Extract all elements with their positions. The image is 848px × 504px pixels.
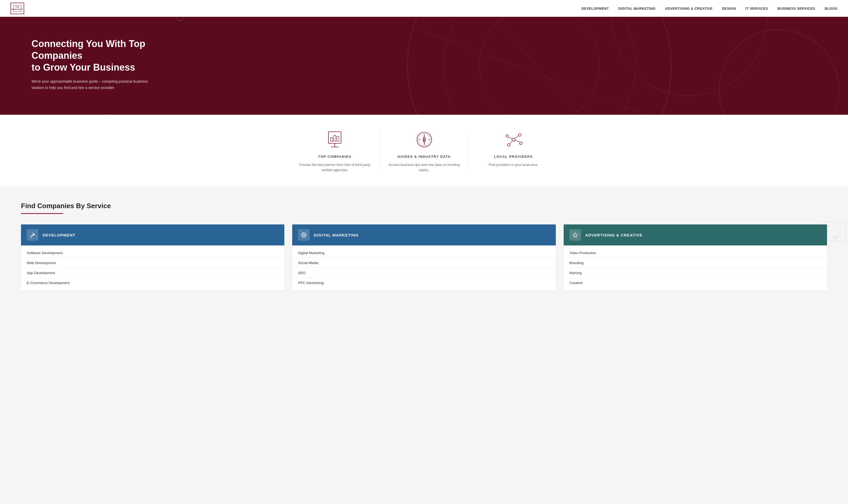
nav-link-business-services[interactable]: BUSINESS SERVICES: [777, 6, 815, 11]
svg-line-5: [419, 30, 659, 114]
service-card-digital-marketing: DIGITAL MARKETING Digital MarketingSocia…: [292, 224, 556, 290]
svg-point-0: [408, 17, 671, 115]
compass-icon: [416, 130, 433, 149]
nav-links: DEVELOPMENTDIGITAL MARKETINGADVERTISING …: [581, 6, 837, 11]
svg-rect-40: [827, 226, 840, 236]
card-icon-digital-marketing: [298, 229, 309, 241]
feature-local-providers: LOCAL PROVIDERS Find providers in your l…: [469, 130, 558, 173]
hero-content: Connecting You With Top Companies to Gro…: [32, 38, 194, 91]
list-item[interactable]: Creative: [564, 278, 827, 288]
list-item[interactable]: PPC Advertising: [292, 278, 556, 288]
svg-point-25: [506, 135, 508, 137]
svg-rect-14: [337, 137, 339, 141]
card-list-advertising-creative: Video ProductionBrandingNamingCreative: [564, 246, 827, 290]
list-item[interactable]: Web Development: [21, 258, 284, 268]
svg-line-32: [510, 141, 512, 144]
svg-point-8: [177, 17, 183, 21]
nav-link-design[interactable]: DESIGN: [722, 6, 736, 11]
navbar: THE MANIFEST DEVELOPMENTDIGITAL MARKETIN…: [0, 0, 848, 17]
svg-line-30: [515, 136, 519, 138]
svg-point-26: [519, 133, 521, 136]
nav-link-advertising---creative[interactable]: ADVERTISING & CREATIVE: [665, 6, 712, 11]
logo[interactable]: THE MANIFEST: [11, 3, 24, 14]
section-underline: [21, 213, 63, 214]
svg-marker-46: [573, 233, 578, 237]
svg-point-28: [507, 144, 510, 146]
list-item[interactable]: Video Production: [564, 248, 827, 258]
card-header-title-advertising-creative: ADVERTISING & CREATIVE: [585, 233, 643, 237]
svg-point-1: [444, 17, 635, 115]
card-header-title-digital-marketing: DIGITAL MARKETING: [314, 233, 359, 237]
list-item[interactable]: Digital Marketing: [292, 248, 556, 258]
service-cards: DEVELOPMENT Software DevelopmentWeb Deve…: [21, 224, 827, 290]
svg-point-43: [303, 234, 304, 235]
svg-point-4: [719, 30, 839, 114]
svg-line-6: [480, 17, 599, 115]
list-item[interactable]: Branding: [564, 258, 827, 268]
list-item[interactable]: E-Commerce Development: [21, 278, 284, 288]
list-item[interactable]: SEO: [292, 268, 556, 278]
list-item[interactable]: Naming: [564, 268, 827, 278]
features-section: TOP COMPANIES Choose the best partner fr…: [0, 115, 848, 186]
feature-desc-local-providers: Find providers in your local area.: [489, 162, 538, 168]
hero-title: Connecting You With Top Companies to Gro…: [32, 38, 194, 73]
nav-link-blogs[interactable]: BLOGS: [825, 6, 837, 11]
svg-line-31: [515, 141, 520, 142]
card-header-advertising-creative: ADVERTISING & CREATIVE: [564, 224, 827, 246]
network-icon: [503, 130, 524, 149]
svg-point-24: [512, 138, 515, 141]
feature-desc-top-companies: Choose the best partner from lists of th…: [298, 162, 372, 173]
hero-description: We're your approachable business guide –…: [32, 78, 158, 91]
svg-point-3: [611, 17, 767, 95]
svg-point-2: [480, 17, 599, 115]
feature-guides: GUIDES & INDUSTRY DATA Access business t…: [379, 130, 469, 173]
svg-line-38: [835, 227, 845, 238]
services-title: Find Companies By Service: [21, 202, 827, 210]
list-item[interactable]: Software Development: [21, 248, 284, 258]
list-item[interactable]: Social Media: [292, 258, 556, 268]
svg-rect-12: [330, 138, 332, 141]
svg-point-34: [833, 236, 836, 239]
card-list-development: Software DevelopmentWeb DevelopmentApp D…: [21, 246, 284, 290]
nav-link-development[interactable]: DEVELOPMENT: [581, 6, 609, 11]
hero-section: Connecting You With Top Companies to Gro…: [0, 17, 848, 115]
feature-title-guides: GUIDES & INDUSTRY DATA: [397, 155, 451, 159]
service-card-development: DEVELOPMENT Software DevelopmentWeb Deve…: [21, 224, 284, 290]
svg-rect-13: [334, 136, 336, 141]
service-card-advertising-creative: ADVERTISING & CREATIVE Video ProductionB…: [564, 224, 827, 290]
feature-title-top-companies: TOP COMPANIES: [318, 155, 351, 159]
card-icon-advertising-creative: [570, 229, 581, 241]
logo-text: THE: [15, 6, 20, 8]
svg-point-27: [520, 142, 522, 145]
nav-link-digital-marketing[interactable]: DIGITAL MARKETING: [618, 6, 655, 11]
feature-top-companies: TOP COMPANIES Choose the best partner fr…: [290, 130, 379, 173]
card-header-development: DEVELOPMENT: [21, 224, 284, 246]
feature-title-local-providers: LOCAL PROVIDERS: [494, 155, 533, 159]
feature-desc-guides: Access business tips and new data on tre…: [387, 162, 461, 173]
logo-text-2: MANIFEST: [12, 8, 23, 11]
svg-rect-9: [328, 132, 341, 143]
card-list-digital-marketing: Digital MarketingSocial MediaSEOPPC Adve…: [292, 246, 556, 290]
services-section: Find Companies By Service DEVELOPMENT So…: [0, 186, 848, 306]
card-icon-development: [27, 229, 38, 241]
card-header-title-development: DEVELOPMENT: [42, 233, 75, 237]
chart-icon: [326, 130, 343, 149]
list-item[interactable]: App Development: [21, 268, 284, 278]
nav-link-it-services[interactable]: IT SERVICES: [745, 6, 768, 11]
card-header-digital-marketing: DIGITAL MARKETING: [292, 224, 556, 246]
svg-line-29: [508, 137, 512, 139]
